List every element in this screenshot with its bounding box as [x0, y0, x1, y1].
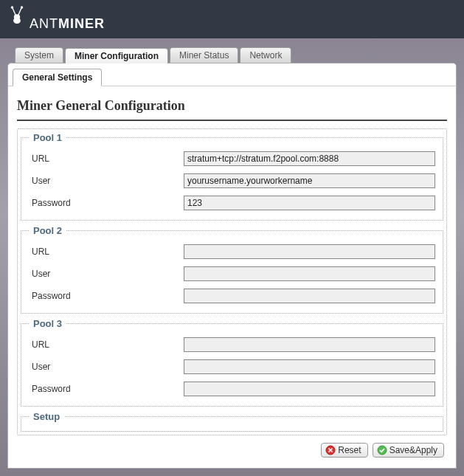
pool-3-url-label: URL [29, 339, 184, 350]
pool-3-password-label: Password [29, 384, 184, 394]
setup-fieldset: Setup [21, 411, 443, 432]
tab-network[interactable]: Network [240, 47, 291, 63]
save-apply-button-label: Save&Apply [389, 445, 437, 455]
pool-1-url-row: URL [29, 148, 435, 170]
pool-3-url-input[interactable] [184, 337, 435, 352]
brand-logo: ANTMINER [10, 9, 105, 32]
pool-settings-container: Pool 1 URL User Password Pool [17, 128, 447, 435]
pool-3-user-input[interactable] [184, 359, 435, 374]
reset-icon [325, 445, 336, 455]
pool-3-legend: Pool 3 [29, 318, 66, 329]
pool-3-user-label: User [29, 362, 184, 372]
reset-button[interactable]: Reset [321, 443, 367, 458]
primary-tabs: System Miner Configuration Miner Status … [7, 47, 457, 63]
tab-system[interactable]: System [15, 47, 63, 63]
pool-1-password-input[interactable] [184, 196, 435, 210]
pool-3-url-row: URL [29, 334, 435, 356]
pool-3-fieldset: Pool 3 URL User Password [21, 318, 443, 407]
pool-1-password-label: Password [29, 198, 184, 208]
page-body: System Miner Configuration Miner Status … [0, 38, 464, 476]
antminer-logo-icon [10, 6, 25, 25]
pool-2-password-input[interactable] [184, 289, 435, 303]
tab-miner-status[interactable]: Miner Status [170, 47, 238, 63]
pool-2-user-input[interactable] [184, 266, 435, 281]
pool-2-url-row: URL [29, 241, 435, 263]
pool-3-password-input[interactable] [184, 382, 435, 396]
pool-1-user-label: User [29, 176, 184, 186]
check-icon [377, 445, 387, 455]
pool-1-password-row: Password [29, 192, 435, 214]
pool-2-password-label: Password [29, 291, 184, 301]
pool-2-url-input[interactable] [184, 244, 435, 259]
secondary-tabs: General Settings [8, 63, 456, 86]
brand-text: ANTMINER [30, 16, 105, 32]
pool-3-user-row: User [29, 356, 435, 378]
pool-1-fieldset: Pool 1 URL User Password [21, 132, 443, 221]
svg-point-3 [14, 18, 20, 23]
content-area: Miner General Configuration Pool 1 URL U… [8, 86, 456, 468]
reset-button-label: Reset [338, 445, 361, 455]
pool-2-user-label: User [29, 269, 184, 279]
svg-point-0 [12, 7, 13, 8]
pool-2-password-row: Password [29, 285, 435, 307]
pool-2-url-label: URL [29, 246, 184, 257]
pool-1-url-label: URL [29, 154, 184, 164]
svg-point-1 [21, 7, 23, 8]
action-buttons: Reset Save&Apply [17, 435, 447, 459]
pool-2-fieldset: Pool 2 URL User Password [21, 225, 443, 314]
tab-miner-configuration[interactable]: Miner Configuration [65, 48, 168, 63]
app-header: ANTMINER [0, 0, 464, 38]
pool-1-url-input[interactable] [184, 151, 435, 166]
page-title: Miner General Configuration [17, 94, 447, 121]
pool-1-user-row: User [29, 170, 435, 192]
pool-1-legend: Pool 1 [29, 132, 66, 143]
setup-legend: Setup [29, 411, 64, 422]
save-apply-button[interactable]: Save&Apply [373, 443, 444, 458]
pool-3-password-row: Password [29, 378, 435, 400]
pool-1-user-input[interactable] [184, 173, 435, 188]
config-card: General Settings Miner General Configura… [7, 63, 457, 469]
tab-general-settings[interactable]: General Settings [13, 69, 102, 86]
pool-2-legend: Pool 2 [29, 225, 66, 236]
pool-2-user-row: User [29, 263, 435, 285]
